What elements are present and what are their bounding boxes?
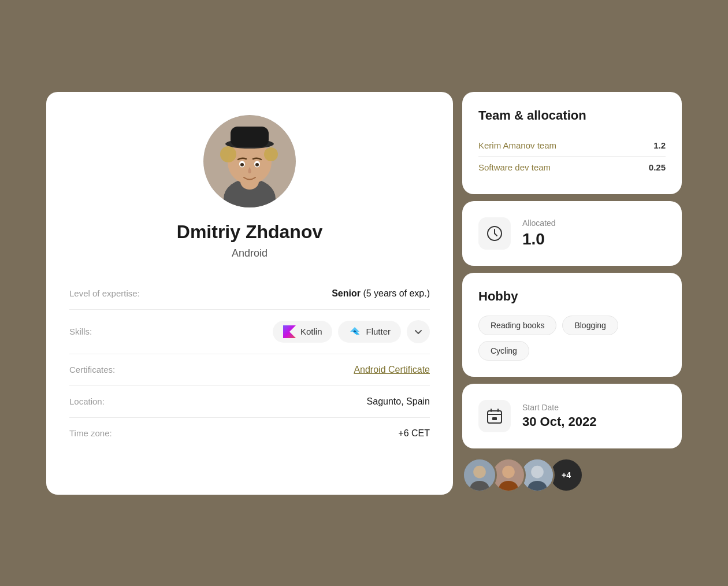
expertise-value: Senior (5 years of exp.) bbox=[162, 288, 430, 299]
start-date-value: 30 Oct, 2022 bbox=[522, 414, 596, 429]
svg-rect-17 bbox=[488, 411, 502, 423]
clock-icon bbox=[486, 225, 503, 242]
hobby-title: Hobby bbox=[478, 289, 666, 304]
team-alloc-2: 0.25 bbox=[649, 162, 666, 172]
member-avatar-1 bbox=[462, 458, 497, 492]
start-date-label: Start Date bbox=[522, 403, 596, 412]
svg-marker-15 bbox=[353, 332, 359, 335]
team-alloc-1: 1.2 bbox=[653, 140, 666, 150]
location-label: Location: bbox=[69, 396, 162, 406]
main-layout: Dmitriy Zhdanov Android Level of experti… bbox=[46, 92, 682, 495]
svg-point-11 bbox=[255, 163, 259, 166]
certificates-row: Certificates: Android Certificate bbox=[69, 354, 430, 386]
profile-card: Dmitriy Zhdanov Android Level of experti… bbox=[46, 92, 453, 495]
expertise-row: Level of expertise: Senior (5 years of e… bbox=[69, 278, 430, 310]
allocated-value: 1.0 bbox=[522, 230, 556, 249]
start-date-content: Start Date 30 Oct, 2022 bbox=[478, 400, 666, 432]
certificate-link[interactable]: Android Certificate bbox=[354, 365, 430, 374]
team-name-2: Software dev team bbox=[478, 162, 551, 172]
location-value: Sagunto, Spain bbox=[162, 396, 430, 407]
member-more-count: +4 bbox=[562, 470, 571, 480]
location-row: Location: Sagunto, Spain bbox=[69, 386, 430, 418]
skills-more-button[interactable] bbox=[407, 320, 430, 343]
flutter-icon bbox=[348, 325, 361, 338]
svg-point-26 bbox=[531, 465, 544, 478]
svg-point-9 bbox=[240, 163, 244, 166]
allocated-label: Allocated bbox=[522, 218, 556, 228]
team-name-1: Kerim Amanov team bbox=[478, 140, 556, 150]
skill-kotlin-label: Kotlin bbox=[300, 327, 322, 336]
skills-label: Skills: bbox=[69, 327, 162, 336]
timezone-row: Time zone: +6 CET bbox=[69, 418, 430, 449]
skills-list: Kotlin Flutter bbox=[162, 320, 430, 343]
team-members-row: +4 bbox=[462, 455, 682, 495]
svg-rect-5 bbox=[231, 127, 269, 147]
svg-point-20 bbox=[473, 465, 486, 478]
certificate-value: Android Certificate bbox=[162, 365, 430, 375]
avatar bbox=[203, 115, 296, 207]
team-row-2: Software dev team 0.25 bbox=[478, 157, 666, 178]
allocated-info: Allocated 1.0 bbox=[522, 218, 556, 249]
timezone-value: +6 CET bbox=[162, 428, 430, 439]
person-name: Dmitriy Zhdanov bbox=[177, 221, 322, 243]
kotlin-icon bbox=[283, 325, 296, 338]
svg-rect-18 bbox=[492, 417, 497, 420]
allocated-card: Allocated 1.0 bbox=[462, 201, 682, 266]
hobby-tag-3: Cycling bbox=[478, 341, 529, 361]
svg-marker-12 bbox=[283, 325, 296, 338]
start-date-card: Start Date 30 Oct, 2022 bbox=[462, 384, 682, 448]
calendar-icon-box bbox=[478, 400, 511, 432]
skills-row-container: Skills: bbox=[69, 310, 430, 354]
team-allocation-title: Team & allocation bbox=[478, 108, 666, 123]
svg-point-7 bbox=[264, 147, 278, 161]
timezone-label: Time zone: bbox=[69, 428, 162, 438]
right-column: Team & allocation Kerim Amanov team 1.2 … bbox=[462, 92, 682, 495]
team-allocation-card: Team & allocation Kerim Amanov team 1.2 … bbox=[462, 92, 682, 194]
hobby-tag-1: Reading books bbox=[478, 316, 556, 335]
team-row-1: Kerim Amanov team 1.2 bbox=[478, 135, 666, 157]
hobby-tag-2: Blogging bbox=[562, 316, 618, 335]
skill-flutter-label: Flutter bbox=[366, 327, 391, 336]
clock-icon-box bbox=[478, 217, 511, 250]
svg-point-6 bbox=[220, 146, 236, 162]
skill-flutter: Flutter bbox=[338, 321, 401, 343]
person-role: Android bbox=[232, 247, 268, 259]
expertise-label: Level of expertise: bbox=[69, 288, 162, 298]
calendar-icon bbox=[486, 407, 503, 425]
info-section: Level of expertise: Senior (5 years of e… bbox=[69, 278, 430, 449]
start-date-info: Start Date 30 Oct, 2022 bbox=[522, 403, 596, 429]
hobby-tags: Reading books Blogging Cycling bbox=[478, 316, 666, 361]
hobby-card: Hobby Reading books Blogging Cycling bbox=[462, 273, 682, 377]
allocated-content: Allocated 1.0 bbox=[478, 217, 666, 250]
certificates-label: Certificates: bbox=[69, 365, 162, 374]
svg-point-23 bbox=[502, 465, 515, 478]
skill-kotlin: Kotlin bbox=[273, 321, 333, 343]
